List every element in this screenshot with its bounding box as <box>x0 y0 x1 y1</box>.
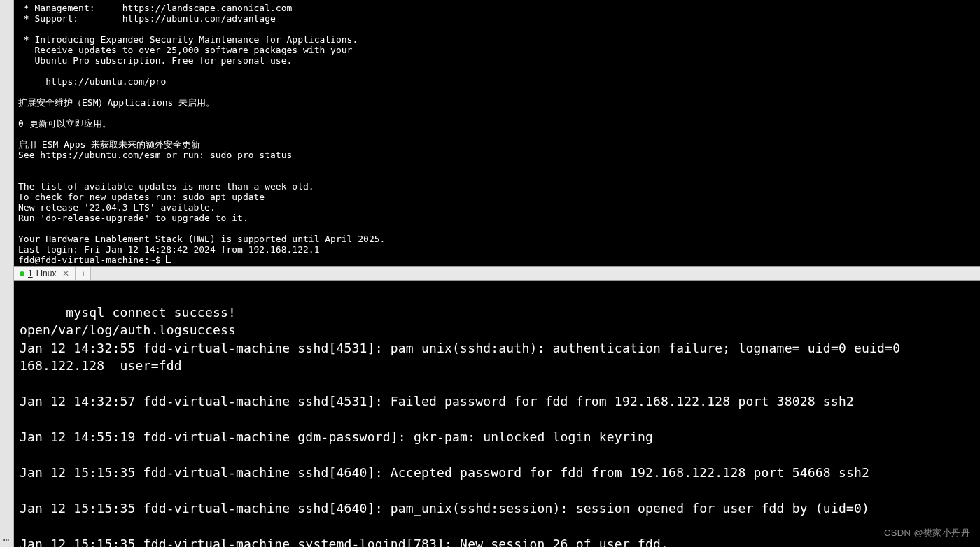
connection-status-icon <box>20 271 24 276</box>
upper-gutter <box>0 0 14 266</box>
tab-label: Linux <box>36 269 57 278</box>
add-tab-button[interactable]: + <box>76 267 91 280</box>
tab-number: 1 <box>28 269 33 278</box>
cursor-icon <box>166 255 172 263</box>
lower-gutter: … <box>0 281 14 547</box>
gutter-handle-icon[interactable]: … <box>4 532 10 543</box>
tab-linux[interactable]: 1 Linux ✕ <box>14 267 76 280</box>
close-icon[interactable]: ✕ <box>62 269 69 278</box>
watermark: CSDN @樊家小丹丹 <box>884 524 970 542</box>
tabbar-spacer <box>91 267 980 280</box>
tabbar-gutter <box>0 266 14 281</box>
lower-terminal[interactable]: mysql connect success! open/var/log/auth… <box>14 281 980 547</box>
upper-terminal[interactable]: * Management: https://landscape.canonica… <box>14 0 980 266</box>
